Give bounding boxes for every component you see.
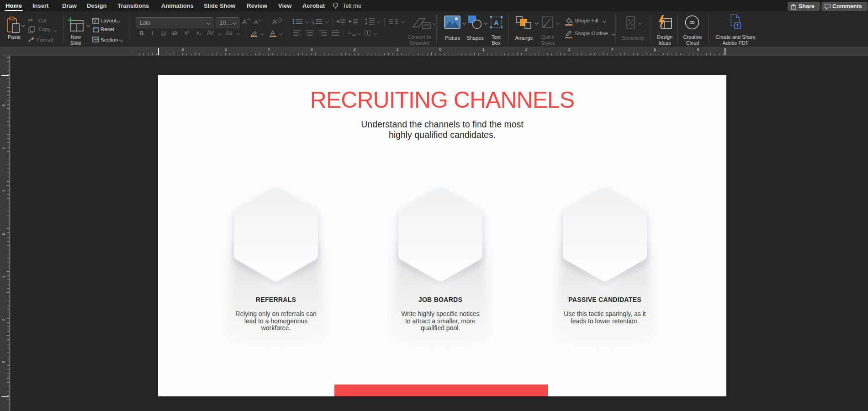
clear-formatting-button[interactable]: A (272, 18, 277, 26)
menu-item-design[interactable]: Design (87, 2, 106, 9)
picture-icon[interactable] (444, 16, 460, 29)
numbering-chevron[interactable] (325, 20, 329, 23)
design-ideas-icon[interactable] (657, 15, 672, 30)
cut-icon[interactable]: ✂ (28, 16, 33, 24)
italic-button[interactable]: I (151, 30, 153, 37)
menu-item-animations[interactable]: Animations (161, 2, 194, 9)
line-spacing-icon[interactable] (365, 18, 375, 25)
character-spacing-button[interactable]: AV (207, 30, 214, 36)
paste-icon[interactable] (6, 16, 20, 33)
menu-item-home[interactable]: Home (5, 2, 22, 9)
increase-indent-icon[interactable] (349, 18, 359, 25)
accent-bar[interactable] (334, 385, 548, 396)
convert-smartart-icon[interactable] (411, 16, 432, 31)
bold-button[interactable]: B (139, 30, 144, 37)
shapes-dropdown-chevron[interactable] (484, 21, 487, 25)
reset-icon[interactable] (92, 26, 99, 32)
slide-title[interactable]: RECRUITING CHANNELS (158, 87, 726, 113)
align-text-chevron[interactable] (373, 32, 377, 35)
menu-item-acrobat[interactable]: Acrobat (302, 2, 325, 9)
align-left-icon[interactable] (293, 30, 302, 36)
format-painter-button[interactable]: Format (37, 37, 53, 42)
superscript-button[interactable]: x² (185, 30, 189, 36)
arrange-icon[interactable] (515, 16, 533, 30)
sensitivity-button[interactable]: Sensitivity (617, 35, 650, 41)
shrink-font-button[interactable]: A (254, 19, 258, 26)
share-button[interactable]: Share (788, 2, 820, 11)
columns-chevron[interactable] (401, 20, 405, 23)
cut-button[interactable]: Cut (38, 18, 47, 23)
section-dropdown-chevron[interactable] (119, 38, 123, 42)
card-job-boards[interactable]: JOB BOARDS Write highly specific notices… (363, 186, 518, 387)
menu-item-slide-show[interactable]: Slide Show (204, 2, 235, 9)
slide-subtitle-line-2[interactable]: highly qualified candidates. (158, 130, 726, 140)
copy-button[interactable]: Copy (38, 26, 51, 32)
grow-font-button[interactable]: A (242, 18, 247, 26)
sensitivity-chevron[interactable] (638, 21, 642, 25)
shapes-icon[interactable] (468, 15, 482, 29)
copy-dropdown-chevron[interactable] (53, 28, 57, 32)
text-box-button[interactable]: TextBox (483, 34, 509, 46)
columns-icon[interactable] (389, 18, 399, 25)
format-painter-icon[interactable] (27, 36, 35, 43)
shape-fill-chevron[interactable] (603, 19, 606, 23)
slide-subtitle-line-1[interactable]: Understand the channels to find the most (158, 119, 726, 130)
font-name-combo[interactable]: Lato (136, 17, 213, 28)
paste-button[interactable]: Paste (2, 34, 26, 40)
arrange-dropdown-chevron[interactable] (535, 21, 539, 25)
shape-outline-chevron[interactable] (612, 32, 615, 36)
paste-dropdown-chevron[interactable] (21, 23, 25, 27)
shape-outline-icon[interactable] (565, 30, 573, 38)
align-right-icon[interactable] (319, 30, 327, 36)
bullets-chevron[interactable] (305, 20, 309, 23)
creative-cloud-button[interactable]: CreativeCloud (678, 34, 707, 46)
new-slide-button[interactable]: NewSlide (62, 34, 90, 46)
create-pdf-button[interactable]: Create and ShareAdobe PDF (711, 34, 760, 46)
shape-fill-icon[interactable] (565, 17, 573, 26)
menu-item-draw[interactable]: Draw (62, 2, 77, 9)
align-text-icon[interactable] (364, 30, 371, 36)
design-ideas-button[interactable]: DesignIdeas (651, 34, 679, 46)
new-slide-dropdown-chevron[interactable] (86, 23, 90, 27)
shape-fill-button[interactable]: Shape Fill (575, 18, 598, 23)
underline-button[interactable]: U (161, 30, 166, 37)
convert-smartart-button[interactable]: Convert toSmartArt (397, 34, 442, 46)
layout-dropdown-chevron[interactable] (116, 19, 120, 23)
layout-icon[interactable] (92, 18, 99, 24)
quick-styles-button[interactable]: QuickStyles (534, 34, 562, 46)
creative-cloud-icon[interactable]: ∞ (684, 15, 700, 30)
menu-item-transitions[interactable]: Transitions (117, 2, 149, 9)
vertical-ruler[interactable]: 3210123 (0, 56, 11, 411)
picture-dropdown-chevron[interactable] (462, 21, 466, 25)
font-size-combo[interactable]: 10.... (216, 17, 239, 28)
text-box-icon[interactable]: A (490, 16, 503, 29)
change-case-button[interactable]: Aa (226, 30, 233, 36)
highlight-color-icon[interactable] (250, 30, 259, 37)
layout-button[interactable]: Layout (101, 18, 116, 23)
copy-icon[interactable] (28, 26, 35, 33)
subscript-button[interactable]: x₂ (196, 30, 201, 36)
bullets-icon[interactable] (292, 18, 303, 25)
menu-item-review[interactable]: Review (247, 2, 267, 9)
text-direction-icon[interactable]: A (348, 30, 356, 36)
numbering-icon[interactable]: 123 (312, 18, 323, 25)
menu-item-view[interactable]: View (278, 2, 291, 9)
section-icon[interactable] (92, 37, 99, 42)
justify-icon[interactable] (332, 30, 340, 36)
align-center-icon[interactable] (306, 30, 314, 36)
shape-outline-button[interactable]: Shape Outline (575, 31, 608, 36)
card-passive-candidates[interactable]: PASSIVE CANDIDATES Use this tactic spari… (527, 186, 683, 387)
section-button[interactable]: Section (101, 37, 118, 42)
tell-me[interactable]: Tell me (343, 2, 361, 9)
card-referrals[interactable]: REFERRALS Relying only on referrals can … (198, 186, 354, 387)
reset-button[interactable]: Reset (101, 26, 114, 32)
text-direction-chevron[interactable] (357, 32, 361, 35)
new-slide-icon[interactable] (67, 16, 84, 33)
slide-canvas[interactable]: RECRUITING CHANNELS Understand the chann… (158, 75, 726, 396)
horizontal-ruler[interactable]: 6543210123456 (0, 47, 868, 56)
line-spacing-chevron[interactable] (377, 20, 381, 23)
menu-item-insert[interactable]: Insert (32, 2, 48, 9)
decrease-indent-icon[interactable] (336, 18, 346, 25)
create-pdf-icon[interactable] (728, 14, 743, 31)
quick-styles-icon[interactable] (541, 16, 555, 30)
